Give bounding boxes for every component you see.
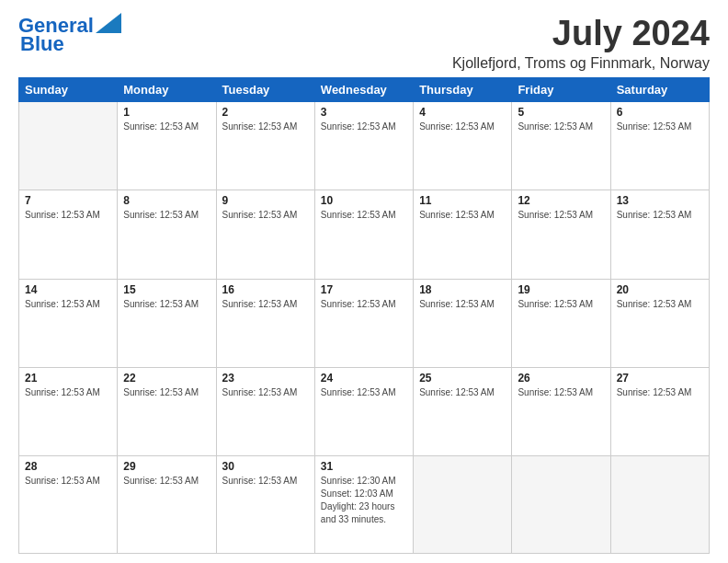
calendar-day-cell: 3Sunrise: 12:53 AM — [314, 101, 413, 190]
calendar-day-cell: 20Sunrise: 12:53 AM — [610, 279, 709, 367]
calendar-table: SundayMondayTuesdayWednesdayThursdayFrid… — [18, 77, 710, 554]
day-of-week-header: Friday — [512, 77, 610, 101]
day-info: Sunrise: 12:53 AM — [617, 209, 703, 222]
calendar-day-cell: 30Sunrise: 12:53 AM — [216, 456, 314, 554]
calendar-day-cell: 31Sunrise: 12:30 AM Sunset: 12:03 AM Day… — [314, 456, 413, 554]
day-info: Sunrise: 12:53 AM — [25, 386, 111, 399]
day-number: 27 — [617, 372, 703, 385]
day-info: Sunrise: 12:53 AM — [123, 475, 210, 488]
calendar-day-cell: 22Sunrise: 12:53 AM — [118, 368, 216, 456]
day-number: 10 — [321, 194, 407, 207]
day-info: Sunrise: 12:53 AM — [419, 298, 506, 311]
day-number: 15 — [123, 283, 210, 296]
month-title: July 2024 — [452, 15, 710, 53]
day-info: Sunrise: 12:53 AM — [419, 209, 506, 222]
calendar-day-cell: 14Sunrise: 12:53 AM — [19, 279, 118, 367]
day-of-week-header: Monday — [118, 77, 216, 101]
day-number: 14 — [25, 283, 111, 296]
day-info: Sunrise: 12:53 AM — [222, 298, 309, 311]
calendar-day-cell: 15Sunrise: 12:53 AM — [118, 279, 216, 367]
day-number: 13 — [617, 194, 703, 207]
location-title: Kjollefjord, Troms og Finnmark, Norway — [452, 55, 710, 72]
day-number: 2 — [222, 106, 309, 119]
day-number: 4 — [419, 106, 506, 119]
calendar-day-cell: 21Sunrise: 12:53 AM — [19, 368, 118, 456]
calendar-body: 1Sunrise: 12:53 AM2Sunrise: 12:53 AM3Sun… — [19, 101, 710, 553]
calendar-day-cell: 26Sunrise: 12:53 AM — [512, 368, 610, 456]
calendar-day-cell: 7Sunrise: 12:53 AM — [19, 190, 118, 279]
calendar-week-row: 14Sunrise: 12:53 AM15Sunrise: 12:53 AM16… — [19, 279, 710, 367]
day-number: 3 — [321, 106, 407, 119]
calendar-day-cell: 8Sunrise: 12:53 AM — [118, 190, 216, 279]
day-info: Sunrise: 12:53 AM — [123, 386, 210, 399]
calendar-day-cell: 17Sunrise: 12:53 AM — [314, 279, 413, 367]
day-number: 17 — [321, 283, 407, 296]
day-number: 11 — [419, 194, 506, 207]
day-info: Sunrise: 12:53 AM — [123, 298, 210, 311]
calendar-week-row: 1Sunrise: 12:53 AM2Sunrise: 12:53 AM3Sun… — [19, 101, 710, 190]
day-number: 20 — [617, 283, 703, 296]
day-info: Sunrise: 12:53 AM — [518, 298, 604, 311]
logo-blue-text: Blue — [20, 32, 64, 55]
calendar-week-row: 21Sunrise: 12:53 AM22Sunrise: 12:53 AM23… — [19, 368, 710, 456]
day-number: 23 — [222, 372, 309, 385]
logo: General Blue — [18, 15, 121, 55]
day-info: Sunrise: 12:53 AM — [518, 121, 604, 133]
day-number: 28 — [25, 460, 111, 473]
day-number: 6 — [617, 106, 703, 119]
calendar-day-cell — [414, 456, 512, 554]
day-info: Sunrise: 12:53 AM — [222, 209, 309, 222]
day-number: 5 — [518, 106, 604, 119]
day-of-week-header: Tuesday — [216, 77, 314, 101]
day-number: 16 — [222, 283, 309, 296]
calendar-day-cell — [610, 456, 709, 554]
calendar-day-cell: 29Sunrise: 12:53 AM — [118, 456, 216, 554]
day-info: Sunrise: 12:53 AM — [222, 121, 309, 133]
calendar-header: SundayMondayTuesdayWednesdayThursdayFrid… — [19, 77, 710, 101]
day-info: Sunrise: 12:53 AM — [25, 298, 111, 311]
day-number: 31 — [321, 460, 407, 473]
calendar-day-cell: 5Sunrise: 12:53 AM — [512, 101, 610, 190]
day-info: Sunrise: 12:53 AM — [617, 386, 703, 399]
day-info: Sunrise: 12:53 AM — [25, 475, 111, 488]
day-number: 30 — [222, 460, 309, 473]
day-info: Sunrise: 12:53 AM — [222, 386, 309, 399]
calendar-day-cell: 19Sunrise: 12:53 AM — [512, 279, 610, 367]
calendar-week-row: 7Sunrise: 12:53 AM8Sunrise: 12:53 AM9Sun… — [19, 190, 710, 279]
day-of-week-header: Wednesday — [314, 77, 413, 101]
day-info: Sunrise: 12:53 AM — [321, 121, 407, 133]
calendar-day-cell: 16Sunrise: 12:53 AM — [216, 279, 314, 367]
calendar-day-cell: 9Sunrise: 12:53 AM — [216, 190, 314, 279]
calendar-day-cell: 4Sunrise: 12:53 AM — [414, 101, 512, 190]
calendar-day-cell: 6Sunrise: 12:53 AM — [610, 101, 709, 190]
calendar-day-cell: 10Sunrise: 12:53 AM — [314, 190, 413, 279]
day-number: 18 — [419, 283, 506, 296]
calendar-day-cell — [19, 101, 118, 190]
days-of-week-row: SundayMondayTuesdayWednesdayThursdayFrid… — [19, 77, 710, 101]
calendar-day-cell: 13Sunrise: 12:53 AM — [610, 190, 709, 279]
calendar-day-cell: 23Sunrise: 12:53 AM — [216, 368, 314, 456]
day-info: Sunrise: 12:53 AM — [518, 209, 604, 222]
calendar-day-cell: 11Sunrise: 12:53 AM — [414, 190, 512, 279]
calendar-day-cell: 2Sunrise: 12:53 AM — [216, 101, 314, 190]
day-info: Sunrise: 12:53 AM — [25, 209, 111, 222]
day-info: Sunrise: 12:53 AM — [617, 298, 703, 311]
day-info: Sunrise: 12:53 AM — [419, 386, 506, 399]
day-number: 19 — [518, 283, 604, 296]
day-number: 21 — [25, 372, 111, 385]
day-of-week-header: Saturday — [610, 77, 709, 101]
day-info: Sunrise: 12:53 AM — [321, 298, 407, 311]
calendar-day-cell: 28Sunrise: 12:53 AM — [19, 456, 118, 554]
calendar-day-cell: 12Sunrise: 12:53 AM — [512, 190, 610, 279]
day-info: Sunrise: 12:53 AM — [321, 386, 407, 399]
logo-arrow-icon — [96, 13, 121, 33]
svg-marker-0 — [96, 13, 121, 33]
day-number: 29 — [123, 460, 210, 473]
calendar-day-cell: 27Sunrise: 12:53 AM — [610, 368, 709, 456]
day-number: 25 — [419, 372, 506, 385]
day-info: Sunrise: 12:53 AM — [123, 209, 210, 222]
day-info: Sunrise: 12:53 AM — [123, 121, 210, 133]
title-block: July 2024 Kjollefjord, Troms og Finnmark… — [452, 15, 710, 72]
header: General Blue July 2024 Kjollefjord, Trom… — [18, 15, 710, 72]
day-of-week-header: Thursday — [414, 77, 512, 101]
